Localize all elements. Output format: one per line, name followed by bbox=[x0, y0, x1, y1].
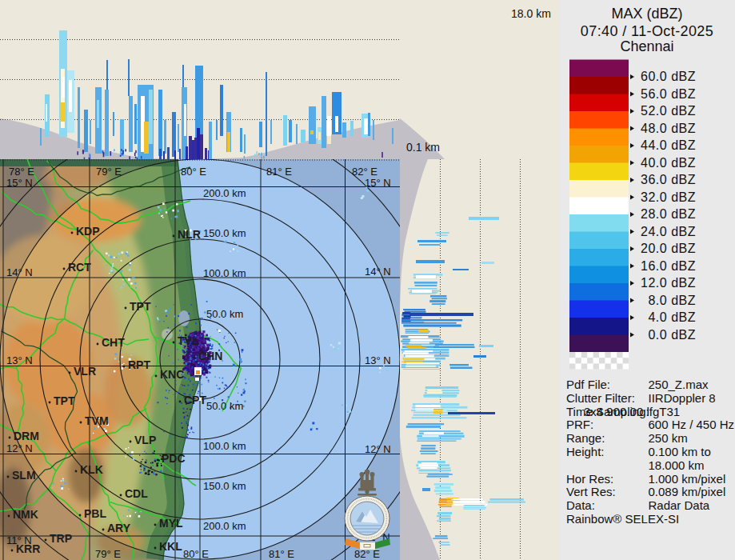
svg-text:Height:: Height: bbox=[566, 445, 605, 458]
svg-text:79° E: 79° E bbox=[95, 548, 121, 560]
svg-text:78° E: 78° E bbox=[9, 166, 34, 178]
svg-text:Data:: Data: bbox=[566, 498, 595, 512]
svg-text:MAX (dBZ): MAX (dBZ) bbox=[611, 6, 682, 22]
svg-text:18.000 km: 18.000 km bbox=[649, 458, 705, 472]
svg-text:150.0 km: 150.0 km bbox=[203, 480, 246, 492]
svg-text:250 km: 250 km bbox=[649, 431, 688, 445]
svg-text:SLM: SLM bbox=[12, 469, 36, 482]
svg-text:Hor Res:: Hor Res: bbox=[566, 472, 613, 486]
svg-text:CHT: CHT bbox=[102, 336, 125, 349]
svg-text:14° N: 14° N bbox=[6, 266, 33, 278]
svg-text:VLP: VLP bbox=[134, 434, 156, 446]
svg-text:8.0 dBZ: 8.0 dBZ bbox=[648, 294, 696, 307]
svg-text:81° E: 81° E bbox=[266, 166, 292, 178]
svg-text:250_Z.max: 250_Z.max bbox=[649, 378, 709, 391]
svg-text:15° N: 15° N bbox=[6, 177, 33, 189]
svg-text:CDL: CDL bbox=[125, 487, 148, 500]
svg-text:0.0 dBZ: 0.0 dBZ bbox=[648, 328, 696, 342]
svg-text:PBL: PBL bbox=[84, 507, 106, 520]
svg-text:KLK: KLK bbox=[80, 463, 103, 476]
svg-text:28.0 dBZ: 28.0 dBZ bbox=[641, 207, 696, 221]
svg-text:TPT: TPT bbox=[130, 300, 151, 313]
svg-text:TPT: TPT bbox=[54, 394, 75, 407]
svg-text:VLR: VLR bbox=[74, 365, 96, 378]
svg-text:RCT: RCT bbox=[68, 261, 91, 274]
svg-text:IIRDoppler 8: IIRDoppler 8 bbox=[649, 391, 716, 405]
svg-text:Vert Res:: Vert Res: bbox=[566, 485, 616, 498]
svg-text:80° E: 80° E bbox=[181, 166, 206, 178]
svg-text:100.0 km: 100.0 km bbox=[203, 440, 246, 452]
svg-text:100.0 km: 100.0 km bbox=[203, 267, 246, 279]
svg-text:0.1 km: 0.1 km bbox=[406, 141, 440, 154]
svg-text:32.0 dBZ: 32.0 dBZ bbox=[641, 190, 696, 204]
svg-text:48.0 dBZ: 48.0 dBZ bbox=[641, 122, 696, 135]
svg-text:82° E: 82° E bbox=[354, 548, 380, 560]
svg-text:13° N: 13° N bbox=[6, 354, 33, 366]
svg-text:50.0 km: 50.0 km bbox=[206, 308, 243, 320]
svg-text:Rainbow® SELEX-SI: Rainbow® SELEX-SI bbox=[566, 512, 679, 526]
svg-text:50.0 km: 50.0 km bbox=[206, 400, 243, 412]
svg-text:ARY: ARY bbox=[107, 522, 131, 534]
svg-text:Pdf File:: Pdf File: bbox=[566, 378, 610, 391]
svg-text:Range:: Range: bbox=[566, 431, 605, 445]
svg-text:RPT: RPT bbox=[128, 358, 150, 371]
svg-text:14° N: 14° N bbox=[365, 266, 391, 278]
svg-text:CHN: CHN bbox=[198, 350, 222, 362]
svg-text:150.0 km: 150.0 km bbox=[203, 227, 246, 239]
svg-text:Radar Data: Radar Data bbox=[649, 498, 710, 512]
svg-text:60.0 dBZ: 60.0 dBZ bbox=[641, 70, 696, 83]
svg-text:13° N: 13° N bbox=[365, 354, 391, 366]
svg-text:3x4 900.00 lfgT31: 3x4 900.00 lfgT31 bbox=[584, 405, 680, 418]
svg-text:80° E: 80° E bbox=[183, 548, 209, 560]
svg-text:15° N: 15° N bbox=[365, 177, 391, 189]
svg-text:MYL: MYL bbox=[159, 517, 183, 530]
svg-text:16.0 dBZ: 16.0 dBZ bbox=[641, 259, 696, 273]
svg-text:200.0 km: 200.0 km bbox=[203, 520, 246, 532]
svg-text:200.0 km: 200.0 km bbox=[203, 187, 246, 199]
svg-text:12° N: 12° N bbox=[365, 443, 391, 455]
svg-text:TVM: TVM bbox=[85, 414, 109, 427]
svg-text:Chennai: Chennai bbox=[620, 38, 673, 54]
svg-text:TVL: TVL bbox=[178, 334, 199, 347]
svg-text:52.0 dBZ: 52.0 dBZ bbox=[641, 104, 696, 118]
svg-text:18.0 km: 18.0 km bbox=[511, 7, 551, 20]
svg-text:KKL: KKL bbox=[159, 540, 182, 553]
svg-text:36.0 dBZ: 36.0 dBZ bbox=[641, 173, 696, 186]
svg-text:4.0 dBZ: 4.0 dBZ bbox=[648, 310, 696, 324]
svg-text:44.0 dBZ: 44.0 dBZ bbox=[641, 138, 696, 152]
svg-text:PDC: PDC bbox=[162, 452, 186, 465]
svg-text:81° E: 81° E bbox=[269, 548, 294, 560]
svg-text:KNC: KNC bbox=[160, 368, 184, 381]
svg-text:CPT: CPT bbox=[184, 394, 206, 406]
svg-text:DRM: DRM bbox=[14, 430, 39, 442]
svg-text:20.0 dBZ: 20.0 dBZ bbox=[641, 242, 696, 255]
svg-text:PRF:: PRF: bbox=[566, 418, 593, 431]
svg-text:40.0 dBZ: 40.0 dBZ bbox=[641, 156, 696, 170]
svg-text:12° N: 12° N bbox=[6, 442, 33, 454]
svg-text:56.0 dBZ: 56.0 dBZ bbox=[641, 87, 696, 101]
svg-text:07:40 / 11-Oct-2025: 07:40 / 11-Oct-2025 bbox=[581, 23, 713, 39]
svg-text:79° E: 79° E bbox=[96, 166, 122, 178]
svg-text:KDP: KDP bbox=[76, 225, 100, 238]
svg-text:24.0 dBZ: 24.0 dBZ bbox=[641, 225, 696, 238]
svg-text:0.089 km/pixel: 0.089 km/pixel bbox=[649, 485, 726, 498]
svg-text:NMK: NMK bbox=[13, 508, 38, 521]
svg-text:Clutter Filter:: Clutter Filter: bbox=[566, 391, 635, 405]
svg-text:TRP: TRP bbox=[50, 532, 72, 545]
svg-text:12.0 dBZ: 12.0 dBZ bbox=[641, 276, 696, 290]
svg-text:0.100 km to: 0.100 km to bbox=[649, 445, 711, 458]
svg-text:600 Hz / 450 Hz: 600 Hz / 450 Hz bbox=[649, 418, 735, 431]
svg-text:82° E: 82° E bbox=[352, 166, 377, 178]
svg-text:NLR: NLR bbox=[178, 228, 201, 241]
svg-text:KRR: KRR bbox=[16, 542, 40, 555]
svg-text:1.000 km/pixel: 1.000 km/pixel bbox=[649, 472, 726, 486]
